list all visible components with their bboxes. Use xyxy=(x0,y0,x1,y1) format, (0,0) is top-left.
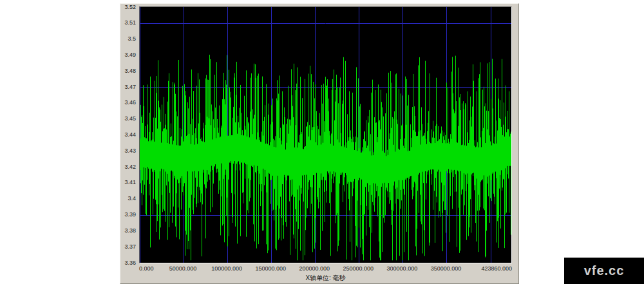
y-tick-label: 3.43 xyxy=(124,147,136,154)
x-tick-label: 423860.000 xyxy=(481,265,512,272)
x-tick-label: 50000.000 xyxy=(169,265,197,272)
y-tick-label: 3.5 xyxy=(128,35,136,42)
watermark: vfe.cc xyxy=(564,258,644,284)
x-tick-label: 0.000 xyxy=(139,265,154,272)
y-tick-label: 3.4 xyxy=(128,195,136,202)
y-tick-label: 3.47 xyxy=(124,84,136,90)
y-tick-label: 3.39 xyxy=(124,211,136,218)
y-tick-label: 3.42 xyxy=(124,164,136,170)
plot-area xyxy=(139,6,512,263)
y-tick-label: 3.44 xyxy=(124,131,136,138)
y-tick-label: 3.49 xyxy=(124,52,136,58)
y-tick-label: 3.52 xyxy=(124,4,136,10)
y-tick-label: 3.48 xyxy=(124,68,136,74)
x-tick-label: 200000.000 xyxy=(299,265,330,272)
x-axis-labels: 0.00050000.000100000.000150000.000200000… xyxy=(139,265,512,273)
y-tick-label: 3.36 xyxy=(124,260,136,266)
x-tick-label: 300000.000 xyxy=(387,265,418,272)
x-tick-label: 100000.000 xyxy=(211,265,242,272)
waveform-canvas xyxy=(140,7,511,263)
x-tick-label: 350000.000 xyxy=(431,265,462,272)
page: 3.523.513.53.493.483.473.463.453.443.433… xyxy=(0,0,644,284)
y-axis-labels: 3.523.513.53.493.483.473.463.453.443.433… xyxy=(120,6,137,263)
y-tick-label: 3.46 xyxy=(124,99,136,106)
y-tick-label: 3.41 xyxy=(124,179,136,185)
x-axis-unit-label: X轴单位: 毫秒 xyxy=(139,274,512,283)
x-tick-label: 250000.000 xyxy=(343,265,374,272)
y-tick-label: 3.45 xyxy=(124,115,136,122)
y-tick-label: 3.37 xyxy=(124,243,136,250)
y-tick-label: 3.51 xyxy=(124,19,136,26)
watermark-text: vfe.cc xyxy=(584,263,625,278)
y-tick-label: 3.38 xyxy=(124,227,136,234)
chart-panel: 3.523.513.53.493.483.473.463.453.443.433… xyxy=(120,3,519,284)
x-tick-label: 150000.000 xyxy=(255,265,286,272)
